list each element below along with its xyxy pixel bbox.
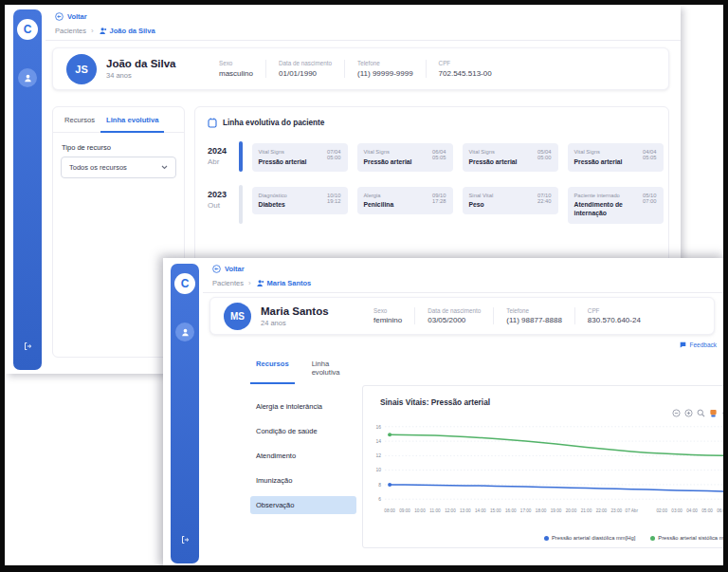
tab-linha-evolutiva[interactable]: Linha evolutiva bbox=[306, 351, 356, 383]
avatar: MS bbox=[224, 303, 251, 330]
svg-text:17:00: 17:00 bbox=[520, 508, 532, 513]
chart-toolbar bbox=[672, 409, 728, 417]
svg-text:15:00: 15:00 bbox=[490, 508, 501, 513]
svg-text:8: 8 bbox=[378, 482, 381, 488]
svg-text:07 Abr: 07 Abr bbox=[626, 508, 639, 513]
sidebar-patients-button[interactable] bbox=[18, 68, 37, 87]
field-sexo: Sexo masculino bbox=[207, 60, 265, 78]
svg-text:6: 6 bbox=[378, 496, 381, 502]
svg-text:23:00: 23:00 bbox=[611, 508, 623, 513]
nav-item-condicao[interactable]: Condição de saúde bbox=[250, 422, 356, 440]
panel-tabs: Recursos Linha evolutiva bbox=[250, 351, 356, 383]
nav-item-atendimento[interactable]: Atendimento bbox=[250, 447, 356, 465]
timeline-month: Out bbox=[208, 201, 239, 210]
patient-icon bbox=[99, 27, 107, 35]
breadcrumb-root[interactable]: Pacientes bbox=[212, 279, 244, 287]
back-label: Voltar bbox=[67, 12, 87, 21]
patient-name: Maria Santos bbox=[261, 305, 361, 317]
timeline-card[interactable]: Alergia09/10 Penicilina17:28 bbox=[357, 187, 453, 215]
app-sidebar: C bbox=[171, 264, 199, 563]
timeline-month: Abr bbox=[208, 157, 239, 166]
logout-button[interactable] bbox=[23, 338, 32, 355]
tab-recursos[interactable]: Recursos bbox=[250, 351, 295, 384]
panel-tabs: Recursos Linha evolutiva bbox=[53, 107, 184, 133]
svg-text:14:00: 14:00 bbox=[475, 508, 486, 513]
svg-text:11:00: 11:00 bbox=[429, 508, 441, 513]
svg-text:06:00: 06:00 bbox=[717, 508, 728, 513]
logout-icon bbox=[23, 341, 32, 351]
logout-icon bbox=[180, 535, 190, 544]
tab-recursos[interactable]: Recursos bbox=[59, 107, 100, 132]
zoom-out-icon[interactable] bbox=[672, 409, 681, 417]
legend-dot-green bbox=[650, 536, 655, 541]
patient-summary-card: JS João da Silva 34 anos Sexo masculino … bbox=[52, 47, 669, 90]
logo-glyph: C bbox=[181, 277, 190, 290]
chevron-down-icon bbox=[161, 165, 168, 170]
nav-item-alergia[interactable]: Alergia e intolerância bbox=[250, 397, 356, 415]
nav-item-observacao[interactable]: Observação bbox=[250, 496, 356, 514]
app-sidebar: C bbox=[13, 9, 42, 370]
back-label: Voltar bbox=[225, 265, 245, 273]
sidebar-patients-button[interactable] bbox=[175, 323, 194, 341]
header-divider bbox=[46, 40, 681, 41]
svg-text:12: 12 bbox=[375, 452, 381, 458]
breadcrumb-separator-icon: › bbox=[248, 279, 251, 287]
svg-text:04:00: 04:00 bbox=[686, 508, 698, 513]
svg-text:16:00: 16:00 bbox=[505, 508, 517, 513]
home-icon[interactable] bbox=[721, 409, 728, 417]
breadcrumb-root[interactable]: Pacientes bbox=[55, 27, 86, 35]
feedback-button[interactable]: Feedback bbox=[680, 341, 717, 348]
back-button[interactable]: Voltar bbox=[55, 12, 87, 21]
breadcrumb-current: Maria Santos bbox=[256, 279, 312, 287]
field-telefone: Telefone (11) 99999-9999 bbox=[344, 60, 426, 78]
timeline-card[interactable]: Vital Signs05/04 Pressão arterial05:00 bbox=[463, 143, 558, 172]
pan-hand-icon[interactable] bbox=[709, 409, 718, 417]
feedback-icon bbox=[680, 341, 686, 348]
back-button[interactable]: Voltar bbox=[212, 265, 245, 273]
chart-title: Sinais Vitais: Pressão arterial bbox=[380, 397, 728, 407]
svg-text:03:00: 03:00 bbox=[671, 508, 682, 513]
timeline-card[interactable]: Vital Signs06/04 Pressão arterial05:05 bbox=[357, 143, 453, 172]
chart-legend: Pressão arterial diastólica mm[Hg] Press… bbox=[544, 535, 728, 541]
svg-text:10: 10 bbox=[375, 467, 381, 472]
magnifier-icon[interactable] bbox=[697, 409, 705, 417]
patient-age: 24 anos bbox=[261, 319, 361, 327]
svg-text:22:00: 22:00 bbox=[596, 508, 608, 513]
timeline-icon bbox=[208, 118, 217, 128]
header-divider bbox=[203, 292, 726, 293]
timeline-card[interactable]: Diagnóstico10/10 Diabetes19:12 bbox=[252, 187, 348, 215]
timeline-bar bbox=[239, 141, 243, 172]
timeline-card[interactable]: Paciente internado05/10 Atendimento de i… bbox=[568, 187, 664, 224]
timeline-card[interactable]: Vital Signs07/04 Pressão arterial05:00 bbox=[252, 143, 348, 172]
nav-item-imunizacao[interactable]: Imunização bbox=[250, 471, 356, 489]
tab-linha-evolutiva[interactable]: Linha evolutiva bbox=[100, 107, 164, 133]
svg-text:18:00: 18:00 bbox=[536, 508, 547, 513]
svg-text:10:00: 10:00 bbox=[414, 508, 426, 513]
feedback-label: Feedback bbox=[689, 341, 717, 348]
timeline-card[interactable]: Vital Signs04/04 Pressão arterial05:05 bbox=[568, 143, 664, 172]
zoom-in-icon[interactable] bbox=[684, 409, 693, 417]
legend-dot-blue bbox=[544, 536, 549, 541]
legend-systolic[interactable]: Pressão arterial sistólica mm[Hg] bbox=[650, 535, 728, 541]
field-cpf: CPF 830.570.640-24 bbox=[574, 307, 653, 325]
window-content: Voltar Pacientes › Maria Santos MS Maria… bbox=[203, 258, 726, 569]
vitals-line-chart[interactable]: 681012141608:0009:0010:0011:0012:0013:00… bbox=[368, 418, 728, 521]
svg-text:09:00: 09:00 bbox=[399, 508, 410, 513]
field-telefone: Telefone (11) 98877-8888 bbox=[493, 307, 574, 325]
breadcrumb-current: João da Silva bbox=[99, 27, 155, 35]
field-cpf: CPF 702.545.513-00 bbox=[426, 60, 504, 78]
timeline-card[interactable]: Sinal Vital07/10 Peso22:40 bbox=[463, 187, 558, 215]
resource-type-select[interactable]: Todos os recursos bbox=[61, 157, 176, 178]
field-nascimento: Data de nascimento 03/05/2000 bbox=[414, 307, 493, 325]
legend-diastolic[interactable]: Pressão arterial diastólica mm[Hg] bbox=[544, 535, 635, 541]
timeline-year: 2024 bbox=[208, 146, 239, 156]
filter-label: Tipo de recurso bbox=[62, 143, 175, 152]
svg-text:21:00: 21:00 bbox=[581, 508, 592, 513]
breadcrumb: Pacientes › João da Silva bbox=[55, 27, 155, 35]
app-logo[interactable]: C bbox=[174, 273, 195, 294]
logout-button[interactable] bbox=[180, 531, 190, 548]
timeline-year: 2023 bbox=[208, 190, 239, 199]
app-logo[interactable]: C bbox=[17, 19, 38, 40]
patient-name: João da Silva bbox=[106, 58, 207, 69]
svg-text:14: 14 bbox=[375, 438, 381, 444]
